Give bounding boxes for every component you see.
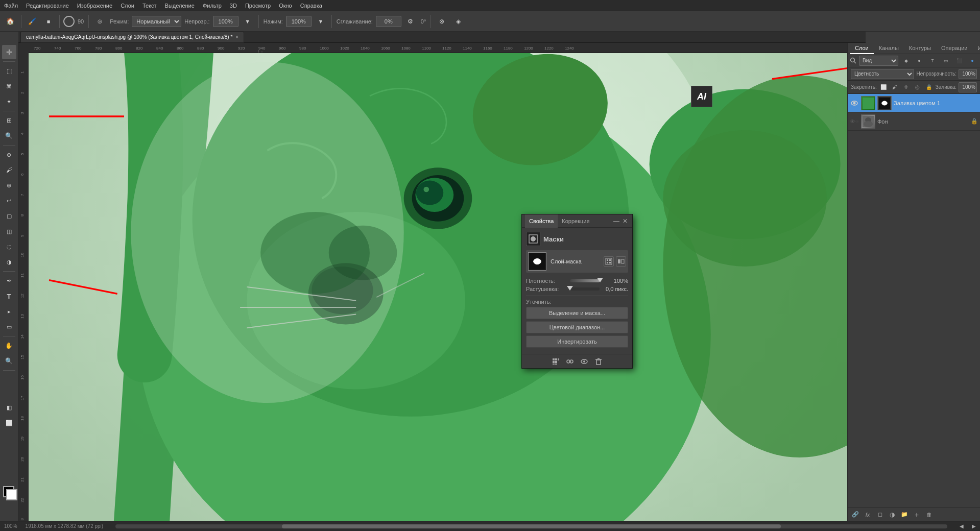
feather-thumb[interactable]	[567, 286, 573, 291]
lock-image-btn[interactable]: 🖌	[890, 82, 899, 93]
props-trash-btn[interactable]	[593, 356, 604, 367]
menu-file[interactable]: Файл	[4, 3, 18, 9]
scroll-left-btn[interactable]: ◀	[960, 523, 964, 529]
fill-input[interactable]	[959, 82, 977, 92]
tab-history[interactable]: История	[972, 43, 980, 54]
tab-channels[interactable]: Каналы	[874, 43, 904, 54]
layers-adj-btn[interactable]: ◑	[887, 509, 898, 520]
layers-mask-btn[interactable]: ◻	[874, 509, 886, 520]
eyedropper-tool[interactable]: 🔍	[2, 129, 16, 143]
active-tab[interactable]: camylla-battani-AoqgGAqrLpU-unsplash.jpg…	[20, 32, 244, 43]
menu-select[interactable]: Выделение	[165, 3, 195, 9]
home-btn[interactable]: 🏠	[3, 14, 17, 29]
marquee-tool[interactable]: ⬚	[2, 64, 16, 78]
blur-tool[interactable]: ◌	[2, 239, 16, 254]
flow-toggle[interactable]: ▼	[314, 14, 328, 29]
menu-3d[interactable]: 3D	[230, 3, 237, 9]
shape-tool[interactable]: ▭	[2, 320, 16, 334]
color-range-btn[interactable]: Цветовой диапазон...	[526, 321, 628, 333]
opacity-toggle[interactable]: ▼	[241, 14, 255, 29]
ai-button[interactable]: AI	[691, 86, 712, 107]
menu-window[interactable]: Окно	[279, 3, 292, 9]
layers-filter-toggle[interactable]: ●	[967, 55, 978, 66]
move-tool[interactable]: ✛	[2, 45, 16, 59]
density-thumb[interactable]	[597, 278, 603, 282]
invert-btn[interactable]: Инвертировать	[526, 335, 628, 348]
layers-filter-select[interactable]: Вид	[859, 56, 898, 66]
gradient-tool[interactable]: ◫	[2, 224, 16, 238]
layers-link-btn[interactable]: 🔗	[850, 509, 861, 520]
screen-mode-btn[interactable]: ⬜	[2, 416, 16, 430]
brush-tool-btn[interactable]: 🖌️	[25, 14, 39, 29]
lock-pixels-btn[interactable]: ⬜	[879, 82, 888, 93]
mode-select[interactable]: Нормальный	[132, 16, 181, 27]
layer-item-fill[interactable]: Заливка цветом 1	[848, 94, 980, 112]
text-tool[interactable]: T	[2, 289, 16, 303]
dodge-tool[interactable]: ◑	[2, 255, 16, 269]
eraser-tool[interactable]: ▢	[2, 209, 16, 223]
lasso-tool[interactable]: ⌘	[2, 79, 16, 93]
layers-filter-btn-5[interactable]: ⬛	[953, 55, 965, 66]
layers-new-btn[interactable]: +	[911, 509, 922, 520]
menu-edit[interactable]: Редактирование	[26, 3, 69, 9]
layers-folder-btn[interactable]: 📁	[899, 509, 910, 520]
menu-layers[interactable]: Слои	[121, 3, 134, 9]
menu-text[interactable]: Текст	[142, 3, 157, 9]
quick-mask-btn[interactable]: ◧	[2, 400, 16, 415]
smoothing-settings[interactable]: ⚙	[403, 14, 418, 29]
select-mask-btn[interactable]: Выделение и маска...	[526, 307, 628, 319]
layer-item-fon[interactable]: Фон 🔒	[848, 112, 980, 131]
brush-size-btn[interactable]	[63, 16, 75, 27]
feather-slider[interactable]	[570, 287, 600, 291]
props-tab-properties[interactable]: Свойства	[525, 214, 558, 228]
layers-filter-btn-4[interactable]: ▭	[940, 55, 951, 66]
tab-operations[interactable]: Операции	[936, 43, 972, 54]
opacity-input[interactable]	[959, 69, 977, 79]
scroll-right-btn[interactable]: ▶	[972, 523, 976, 529]
tab-contours[interactable]: Контуры	[904, 43, 936, 54]
symmetry-btn[interactable]: ⊗	[435, 14, 449, 29]
props-tab-correction[interactable]: Коррекция	[558, 214, 593, 228]
density-slider[interactable]	[570, 279, 600, 282]
props-close-btn[interactable]: ✕	[621, 218, 629, 225]
layers-fx-btn[interactable]: fx	[862, 509, 873, 520]
tab-layers[interactable]: Слои	[850, 43, 874, 54]
lock-all-btn[interactable]: 🔒	[924, 82, 933, 93]
flow-input[interactable]	[286, 16, 312, 27]
layers-filter-btn-3[interactable]: T	[927, 55, 938, 66]
menu-filter[interactable]: Фильтр	[203, 3, 222, 9]
props-chain-btn[interactable]	[565, 356, 575, 367]
layers-filter-btn-1[interactable]: ◆	[900, 55, 912, 66]
healing-tool[interactable]: ⊕	[2, 148, 16, 162]
layers-delete-btn[interactable]: 🗑	[923, 509, 935, 520]
eraser-tool-btn[interactable]: ■	[41, 14, 56, 29]
clone-tool[interactable]: ⊗	[2, 178, 16, 192]
mask-icon-btn-1[interactable]	[604, 256, 614, 267]
lock-artboard-btn[interactable]: ◎	[913, 82, 922, 93]
blend-mode-select[interactable]: Цветность	[851, 69, 914, 79]
tab-close-btn[interactable]: ×	[235, 34, 238, 40]
menu-image[interactable]: Изображение	[77, 3, 112, 9]
mask-icon-btn-2[interactable]	[616, 256, 626, 267]
props-minimize-btn[interactable]: —	[612, 218, 621, 225]
crop-tool[interactable]: ⊞	[2, 113, 16, 128]
layer-eye-fill[interactable]	[850, 99, 859, 108]
pen-tool[interactable]: ✒	[2, 274, 16, 288]
background-color[interactable]	[6, 489, 17, 500]
props-eye-btn[interactable]	[579, 356, 589, 367]
opacity-input[interactable]	[213, 16, 238, 27]
smoothing-input[interactable]	[376, 16, 401, 27]
history-brush[interactable]: ↩	[2, 194, 16, 208]
hand-tool[interactable]: ✋	[2, 339, 16, 353]
zoom-tool[interactable]: 🔍	[2, 354, 16, 368]
brush-preset-btn[interactable]: ◎	[92, 14, 107, 29]
brush-tool[interactable]: 🖌	[2, 163, 16, 177]
lock-position-btn[interactable]: ✛	[901, 82, 911, 93]
pressure-btn[interactable]: ◈	[451, 14, 465, 29]
magic-wand-tool[interactable]: ✦	[2, 94, 16, 109]
menu-help[interactable]: Справка	[300, 3, 322, 9]
layer-eye-fon[interactable]	[850, 117, 859, 126]
props-grid-btn[interactable]	[551, 356, 561, 367]
path-selection[interactable]: ▸	[2, 304, 16, 319]
menu-view[interactable]: Просмотр	[245, 3, 271, 9]
